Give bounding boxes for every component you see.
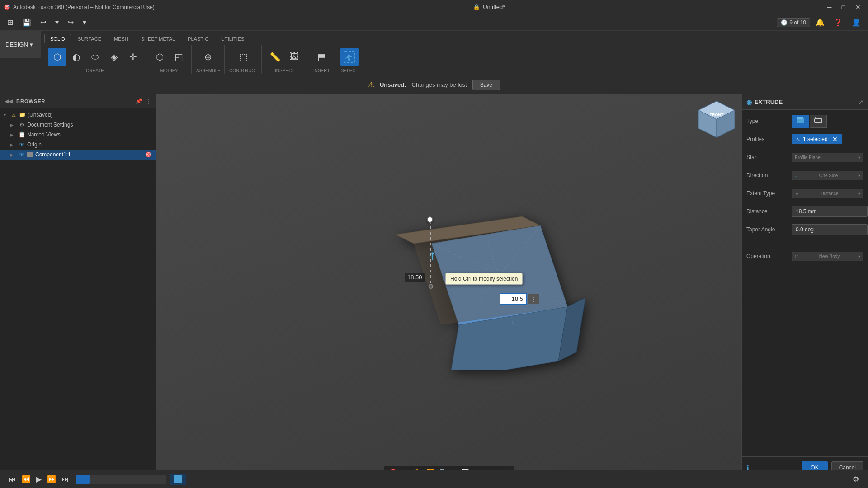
svg-rect-17 [816,117,821,119]
main-area: ◀◀ BROWSER 📌 ⋮ ▾ ⚠ 📁 (Unsaved) ▶ ⚙ Docum… [0,94,868,479]
distance-value [792,206,868,217]
taper-angle-field[interactable] [792,224,868,235]
browser-controls: 📌 ⋮ [135,97,152,105]
undo-dropdown-button[interactable]: ▾ [52,16,62,28]
group-inspect: 📏 🖼 INSPECT [263,45,307,74]
tab-mesh[interactable]: MESH [108,34,134,43]
taper-angle-label: Taper Angle [746,226,792,233]
browser-menu-button[interactable]: ⋮ [145,97,152,105]
account-button[interactable]: 👤 [848,16,864,28]
shape-svg [350,216,585,370]
titlebar-left: 🎯 Autodesk Fusion 360 (Personal – Not fo… [4,4,155,10]
tree-item-root[interactable]: ▾ ⚠ 📁 (Unsaved) [0,110,156,120]
ribbon-content: ⬡ ◐ ⬭ ◈ ✛ [41,43,868,76]
tree-item-doc-settings[interactable]: ▶ ⚙ Document Settings [0,120,156,130]
operation-label: Operation [746,253,792,259]
extrude-dashed-line [430,221,431,284]
inspect-button[interactable]: 📏 [266,48,284,66]
close-button[interactable]: ✕ [852,3,864,12]
select-button[interactable] [340,48,359,66]
help-button[interactable]: ❓ [830,16,846,28]
undo-button[interactable]: ↩ [37,16,50,28]
redo-dropdown-button[interactable]: ▾ [79,16,90,28]
operation-dropdown[interactable]: ⬡ New Body ▾ [792,252,863,261]
design-mode-button[interactable]: DESIGN ▾ [0,31,41,58]
canvas-area[interactable]: ↑ 18.50 Hold Ctrl to modify selection ⋮ [156,94,741,479]
extrude-top-handle[interactable] [427,216,433,223]
play-first-button[interactable]: ⏮ [7,474,18,485]
minimize-button[interactable]: ─ [824,3,835,12]
tree-arrow-named-views: ▶ [10,132,16,137]
assemble-button[interactable]: ⊕ [199,48,217,66]
modify-chamfer-button[interactable]: ◰ [170,48,188,66]
direction-value: ↕ One Side ▾ [792,171,863,180]
browser-pin-button[interactable]: 📌 [135,97,143,105]
start-dropdown[interactable]: Profile Plane ▾ [792,153,863,162]
distance-field[interactable] [792,206,868,217]
type-solid-button[interactable] [792,115,809,128]
tree-item-origin[interactable]: ▶ 👁 Origin [0,140,156,150]
insert-button[interactable]: ⬒ [312,48,330,66]
play-button[interactable]: ▶ [34,473,43,485]
group-create: ⬡ ◐ ⬭ ◈ ✛ [44,45,146,74]
operation-option: New Body [819,254,840,259]
group-select: SELECT [336,45,363,74]
maximize-button[interactable]: □ [838,3,849,12]
notifications-button[interactable]: 🔔 [812,16,828,28]
type-thin-button[interactable] [810,115,827,128]
extrude-expand-button[interactable]: ⤢ [858,99,863,106]
tab-plastic[interactable]: PLASTIC [182,34,214,43]
tab-surface[interactable]: SURFACE [72,34,107,43]
extrude-header: ◉ EXTRUDE ⤢ [742,94,868,110]
profiles-clear-button[interactable]: ✕ [832,136,838,143]
browser-back-button[interactable]: ◀◀ [4,97,14,105]
play-last-button[interactable]: ⏭ [60,474,71,485]
play-prev-button[interactable]: ⏪ [20,473,33,485]
inspect-image-button[interactable]: 🖼 [285,48,303,66]
create-loft-button[interactable]: ◈ [105,48,123,66]
timeline-area[interactable] [76,475,166,484]
toolbar: ⊞ 💾 ↩ ▾ ↪ ▾ 🕐 9 of 10 🔔 ❓ 👤 DESIGN ▾ SOL… [0,14,868,94]
tab-utilities[interactable]: UTILITIES [215,34,250,43]
save-button[interactable]: 💾 [19,16,35,28]
distance-input-box: ⋮ [500,293,539,305]
distance-menu-button[interactable]: ⋮ [528,294,539,304]
modify-fillet-button[interactable]: ⬡ [151,48,169,66]
modify-buttons: ⬡ ◰ [151,45,188,68]
create-sweep-button[interactable]: ⬭ [86,48,104,66]
svg-text:FRONT: FRONT [710,113,724,117]
tab-solid[interactable]: SOLID [44,34,71,43]
start-label: Start [746,154,792,160]
extrude-bottom-handle[interactable] [429,284,433,289]
extent-type-option: Distance [821,191,839,196]
extrude-panel-icon: ◉ [746,99,752,106]
tree-item-named-views[interactable]: ▶ 📋 Named Views [0,130,156,140]
construct-button[interactable]: ⬚ [234,48,252,66]
extent-type-dropdown[interactable]: ↔ Distance ▾ [792,189,863,198]
distance-input[interactable] [500,293,527,305]
assemble-icon: ⊕ [201,50,216,64]
redo-button[interactable]: ↪ [64,16,77,28]
select-icon [342,50,357,64]
extrude-title: ◉ EXTRUDE [746,99,783,106]
tab-sheet-metal[interactable]: SHEET METAL [135,34,181,43]
play-next-button[interactable]: ⏩ [45,473,58,485]
operation-dropdown-arrow: ▾ [858,254,860,259]
settings-button[interactable]: ⚙ [851,473,861,485]
tree-item-component[interactable]: ▶ 👁 Component1:1 🎯 [0,150,156,160]
direction-dropdown-arrow: ▾ [858,173,860,178]
create-revolve-button[interactable]: ◐ [67,48,85,66]
direction-dropdown[interactable]: ↕ One Side ▾ [792,171,863,180]
grid-apps-button[interactable]: ⊞ [4,16,17,28]
extent-type-dropdown-arrow: ▾ [858,191,860,196]
extrude-panel: ◉ EXTRUDE ⤢ Type [741,94,868,479]
tree-arrow-root: ▾ [4,113,10,117]
save-document-button[interactable]: Save [472,80,500,90]
version-icon: 🕐 [781,19,788,26]
titlebar-center: 🔒 Untitled* [473,4,505,10]
create-label: CREATE [86,68,104,74]
create-extrude-button[interactable]: ⬡ [48,48,66,66]
group-modify: ⬡ ◰ MODIFY [147,45,192,74]
create-more-button[interactable]: ✛ [124,48,142,66]
view-cube[interactable]: FRONT [696,99,737,140]
